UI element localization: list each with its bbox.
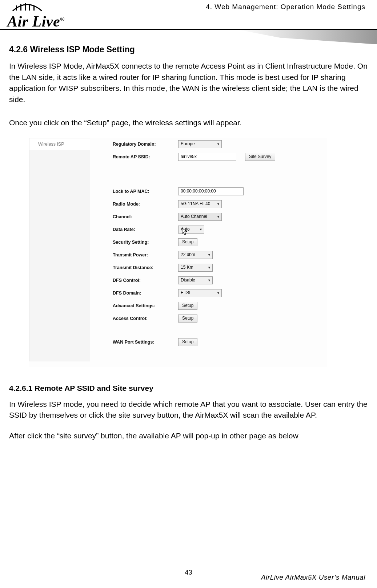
label-wan-port-settings: WAN Port Settings: <box>113 339 178 345</box>
section-para-2: Once you click on the “Setup” page, the … <box>9 117 368 128</box>
chevron-down-icon: ▼ <box>199 227 202 232</box>
settings-form: Regulatory Domain: Europe ▼ Remote AP SS… <box>113 138 320 349</box>
select-value: ETSI <box>181 290 190 296</box>
chevron-down-icon: ▼ <box>217 291 220 296</box>
select-value: Auto Channel <box>181 214 207 220</box>
input-remote-ap-ssid[interactable]: airlive5x <box>178 153 236 161</box>
label-channel: Channel: <box>113 214 178 220</box>
select-transmit-power[interactable]: 22 dbm ▼ <box>178 251 213 259</box>
settings-screenshot: Wireless ISP Regulatory Domain: Europe ▼… <box>29 138 327 367</box>
label-security-setting: Security Setting: <box>113 239 178 246</box>
svg-rect-0 <box>16 5 17 11</box>
site-survey-button[interactable]: Site Survey <box>245 153 275 161</box>
label-remote-ap-ssid: Remote AP SSID: <box>113 154 178 160</box>
label-access-control: Access Control: <box>113 315 178 322</box>
select-channel[interactable]: Auto Channel ▼ <box>178 213 222 221</box>
label-data-rate: Data Rate: <box>113 226 178 233</box>
chevron-down-icon: ▼ <box>208 253 211 257</box>
chevron-down-icon: ▼ <box>217 202 220 207</box>
input-value: 00:00:00:00:00:00 <box>181 188 216 194</box>
label-advanced-settings: Advanced Settings: <box>113 303 178 309</box>
label-regulatory-domain: Regulatory Domain: <box>113 141 178 147</box>
access-control-setup-button[interactable]: Setup <box>178 315 197 323</box>
footer-manual-title: AirLive AirMax5X User’s Manual <box>261 573 365 581</box>
brand-logo: Air Live® <box>7 2 65 30</box>
logo-text: Air Live <box>7 13 60 30</box>
chevron-down-icon: ▼ <box>217 215 220 219</box>
select-value: 15 Km <box>181 264 193 271</box>
chevron-down-icon: ▼ <box>208 265 211 270</box>
wan-port-setup-button[interactable]: Setup <box>178 338 197 346</box>
svg-rect-4 <box>33 5 35 11</box>
subsection-title: 4.2.6.1 Remote AP SSID and Site survey <box>9 383 368 394</box>
sidebar-item-wireless-isp[interactable]: Wireless ISP <box>29 138 90 150</box>
select-value: 5G 11NA HT40 <box>181 201 210 207</box>
label-dfs-domain: DFS Domain: <box>113 290 178 296</box>
section-title: 4.2.6 Wireless ISP Mode Setting <box>9 44 368 56</box>
screenshot-sidebar: Wireless ISP <box>29 138 90 361</box>
advanced-setup-button[interactable]: Setup <box>178 302 197 310</box>
input-lock-ap-mac[interactable]: 00:00:00:00:00:00 <box>178 187 244 195</box>
svg-rect-3 <box>29 4 30 11</box>
select-value: Auto <box>181 226 190 232</box>
label-lock-ap-mac: Lock to AP MAC: <box>113 188 178 195</box>
chevron-down-icon: ▼ <box>217 142 220 147</box>
select-data-rate[interactable]: Auto ▼ <box>178 226 204 234</box>
header-chapter: 4. Web Management: Operation Mode Settin… <box>206 3 365 11</box>
select-value: Europe <box>181 141 195 147</box>
select-radio-mode[interactable]: 5G 11NA HT40 ▼ <box>178 200 222 208</box>
chevron-down-icon: ▼ <box>208 278 211 283</box>
subsection-para-1: In Wireless ISP mode, you need to decide… <box>9 399 368 421</box>
logo-registered: ® <box>60 16 64 22</box>
select-value: 22 dbm <box>181 252 195 258</box>
svg-rect-2 <box>25 3 26 11</box>
input-value: airlive5x <box>181 154 197 160</box>
subsection-para-2: After click the “site survey” button, th… <box>9 430 368 441</box>
svg-rect-1 <box>20 4 21 11</box>
label-transmit-power: Transmit Power: <box>113 252 178 258</box>
select-regulatory-domain[interactable]: Europe ▼ <box>178 140 222 148</box>
select-transmit-distance[interactable]: 15 Km ▼ <box>178 264 213 272</box>
label-radio-mode: Radio Mode: <box>113 201 178 207</box>
select-dfs-control[interactable]: Disable ▼ <box>178 276 213 284</box>
label-dfs-control: DFS Control: <box>113 277 178 284</box>
select-value: Disable <box>181 277 195 283</box>
section-para-1: In Wireless ISP Mode, AirMax5X connects … <box>9 61 368 105</box>
security-setup-button[interactable]: Setup <box>178 238 197 246</box>
select-dfs-domain[interactable]: ETSI ▼ <box>178 289 222 297</box>
header-divider <box>0 29 377 30</box>
header-swoosh <box>239 30 377 44</box>
label-transmit-distance: Transmit Distance: <box>113 264 178 271</box>
